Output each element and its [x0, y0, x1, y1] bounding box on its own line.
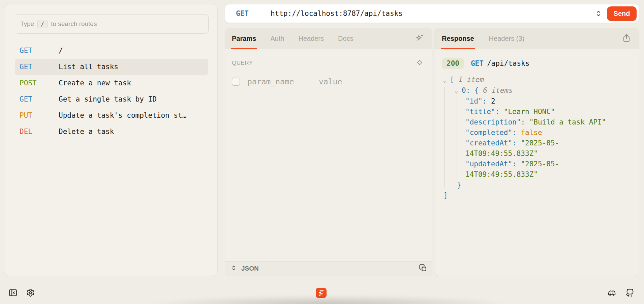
request-panel: ParamsAuthHeadersDocs QUERY param_name v…: [225, 28, 432, 276]
github-icon[interactable]: [625, 288, 635, 299]
response-json: ⌄[ 1 item⌄0: { 6 items"id": 2"title": "L…: [441, 75, 636, 201]
ai-sparkle-icon[interactable]: [415, 33, 424, 44]
json-token-key: 0: [462, 86, 466, 94]
json-token-pun: :: [512, 160, 517, 168]
route-method-badge: GET: [20, 47, 59, 55]
route-name: /: [59, 47, 63, 55]
search-suffix-label: to search routes: [51, 20, 97, 28]
param-enabled-checkbox[interactable]: [232, 78, 240, 86]
json-token-str: "Build a task API": [525, 118, 606, 126]
method-stepper-icon[interactable]: [595, 10, 602, 17]
panel-collapse-icon[interactable]: [8, 288, 18, 299]
response-method-label: GET: [471, 59, 484, 67]
diamond-clear-icon[interactable]: [415, 58, 424, 68]
indent-guide: [444, 87, 445, 188]
json-token-str: 14T09:49:55.833Z": [465, 149, 538, 158]
json-token-str: 14T09:49:55.833Z": [465, 170, 538, 178]
response-body: 200 GET /api/tasks ⌄[ 1 item⌄0: { 6 item…: [434, 49, 639, 201]
discord-icon[interactable]: [607, 288, 616, 299]
route-item[interactable]: GETGet a single task by ID: [15, 91, 208, 107]
json-token-bool: false: [517, 129, 542, 137]
json-token-pun: ]: [443, 191, 448, 199]
params-tab-content: QUERY param_name value: [225, 49, 432, 261]
route-method-badge: GET: [20, 63, 59, 71]
response-path-label: /api/tasks: [487, 59, 529, 67]
format-stepper-icon[interactable]: [231, 265, 236, 273]
json-token-key: "id": [465, 97, 483, 105]
fiberplane-logo[interactable]: [316, 288, 327, 298]
tab-response[interactable]: Response: [442, 28, 474, 49]
param-value-input[interactable]: value: [319, 77, 342, 86]
query-section-label: QUERY: [232, 60, 253, 66]
json-token-str: "Learn HONC": [499, 108, 555, 116]
json-line: }: [441, 180, 636, 190]
json-token-key: "updatedAt": [465, 160, 512, 168]
json-token-key: "completed": [465, 129, 512, 137]
route-name: Get a single task by ID: [59, 95, 157, 103]
route-name: Create a new task: [59, 79, 131, 87]
url-input[interactable]: http://localhost:8787/api/tasks: [271, 9, 527, 18]
json-line: "description": "Build a task API": [441, 117, 636, 128]
route-item[interactable]: POSTCreate a new task: [15, 75, 208, 91]
send-button[interactable]: Send: [607, 6, 637, 21]
tab-auth[interactable]: Auth: [270, 28, 284, 49]
json-token-meta: 1 item: [454, 76, 484, 84]
request-body-footer: JSON: [225, 261, 432, 276]
routes-sidebar: Type / to search routes GET/GETList all …: [4, 4, 218, 276]
response-status-row: 200 GET /api/tasks: [442, 58, 639, 69]
indent-guide: [457, 97, 457, 179]
collapse-caret-icon[interactable]: ⌄: [455, 86, 462, 96]
json-token-str: "2025-05-: [517, 160, 559, 168]
json-line: ⌄0: { 6 items: [441, 85, 636, 96]
route-search-input[interactable]: Type / to search routes: [15, 14, 209, 34]
route-method-badge: PUT: [20, 111, 59, 119]
json-token-key: "createdAt": [465, 139, 512, 147]
search-prefix-label: Type: [20, 20, 34, 28]
slash-keycap: /: [37, 20, 48, 28]
response-panel: ResponseHeaders (3) 200 GET /api/tasks ⌄…: [434, 28, 639, 276]
route-item[interactable]: DELDelete a task: [15, 123, 208, 140]
route-item[interactable]: GET/: [15, 43, 208, 59]
json-line: 14T09:49:55.833Z": [441, 148, 636, 159]
json-token-meta: 6 items: [479, 86, 513, 94]
route-name: List all tasks: [59, 63, 118, 71]
body-format-select[interactable]: JSON: [241, 265, 259, 272]
tab-headers[interactable]: Headers: [298, 28, 324, 49]
collapse-caret-icon[interactable]: ⌄: [443, 75, 450, 85]
json-line: "title": "Learn HONC": [441, 107, 636, 117]
json-line: "createdAt": "2025-05-: [441, 138, 636, 148]
route-method-badge: DEL: [20, 128, 59, 136]
json-token-pun: :: [512, 129, 517, 137]
status-bar: [0, 276, 644, 304]
json-line: "updatedAt": "2025-05-: [441, 159, 636, 169]
json-line: 14T09:49:55.833Z": [441, 169, 636, 180]
route-item[interactable]: GETList all tasks: [15, 59, 208, 75]
json-line: "id": 2: [441, 96, 636, 107]
json-line: "completed": false: [441, 128, 636, 138]
share-icon[interactable]: [622, 33, 631, 44]
route-name: Update a task's completion st…: [59, 111, 186, 119]
json-token-key: "description": [465, 118, 521, 126]
request-tabs: ParamsAuthHeadersDocs: [225, 28, 432, 49]
param-name-input[interactable]: param_name: [247, 77, 319, 86]
query-param-row: param_name value: [232, 77, 432, 86]
routes-list: GET/GETList all tasksPOSTCreate a new ta…: [15, 43, 208, 140]
method-select[interactable]: GET: [236, 9, 249, 18]
json-token-str: "2025-05-: [517, 139, 559, 147]
json-token-pun: :: [466, 86, 470, 94]
tab-headers-3[interactable]: Headers (3): [489, 28, 525, 49]
json-token-pun: }: [457, 181, 461, 189]
json-token-pun: :: [521, 118, 525, 126]
response-tabs: ResponseHeaders (3): [434, 28, 639, 49]
json-token-pun: :: [495, 108, 500, 116]
json-token-pun: {: [470, 86, 479, 94]
route-item[interactable]: PUTUpdate a task's completion st…: [15, 107, 208, 123]
settings-gear-icon[interactable]: [26, 288, 35, 298]
tab-docs[interactable]: Docs: [338, 28, 354, 49]
route-method-badge: POST: [20, 79, 59, 87]
json-token-pun: :: [483, 97, 487, 105]
tab-params[interactable]: Params: [232, 28, 256, 49]
copy-icon[interactable]: [419, 264, 427, 274]
json-token-pun: :: [512, 139, 517, 147]
status-badge: 200: [442, 58, 464, 69]
